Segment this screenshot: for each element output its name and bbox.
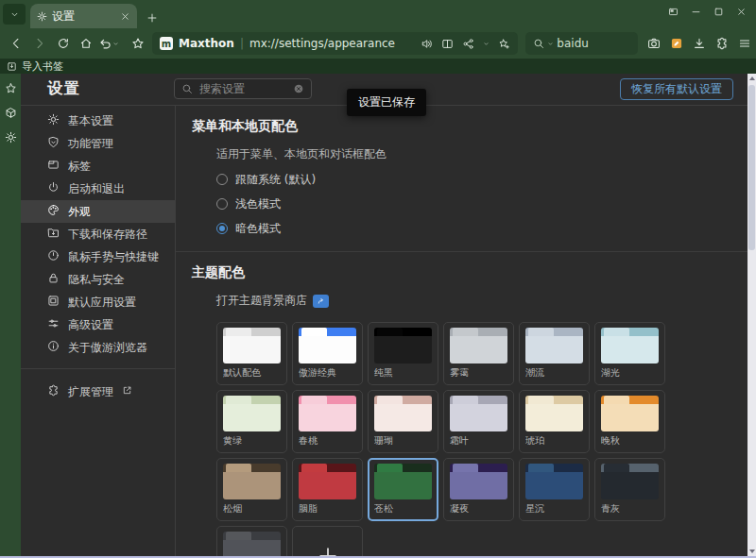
sidebar-item-label: 启动和退出: [68, 181, 125, 197]
share-caret-icon[interactable]: [483, 41, 490, 47]
new-tab-button[interactable]: [146, 12, 158, 24]
theme-card[interactable]: 琥珀: [519, 390, 590, 453]
theme-swatch: [374, 328, 432, 364]
sidebar-apps-icon[interactable]: [5, 107, 17, 119]
radio-selected-icon[interactable]: [216, 223, 228, 234]
sidebar-item-privacy[interactable]: 隐私与安全: [21, 268, 175, 291]
split-view-icon[interactable]: [441, 38, 454, 50]
theme-card[interactable]: 湖光: [594, 322, 665, 385]
read-aloud-icon[interactable]: [421, 38, 433, 50]
tab-list-button[interactable]: [3, 4, 26, 25]
external-link-icon: [122, 385, 132, 398]
theme-card[interactable]: 纯黑: [368, 322, 438, 385]
theme-card[interactable]: 松烟: [216, 458, 287, 521]
extensions-icon[interactable]: [715, 37, 729, 50]
sidebar-item-tabs[interactable]: 标签: [21, 155, 175, 178]
theme-card[interactable]: 胭脂: [292, 458, 363, 521]
theme-card[interactable]: 雾霭: [443, 322, 514, 385]
clear-icon[interactable]: [293, 83, 304, 94]
theme-store-link[interactable]: 打开主题背景商店: [216, 293, 756, 309]
theme-card[interactable]: 霜叶: [443, 390, 514, 453]
favorite-button[interactable]: [126, 37, 149, 50]
theme-card[interactable]: 青灰: [594, 458, 665, 521]
home-button[interactable]: [75, 37, 98, 50]
sidebar-item-startup[interactable]: 启动和退出: [21, 178, 175, 200]
refresh-button[interactable]: [51, 37, 75, 50]
theme-name: 琥珀: [525, 436, 583, 446]
scrollbar-down-arrow[interactable]: [749, 550, 755, 553]
radio-option[interactable]: 跟随系统 (默认): [216, 172, 756, 187]
sidebar-item-appearance[interactable]: 外观: [21, 200, 175, 223]
url-text[interactable]: mx://settings/appearance: [249, 37, 415, 50]
radio-label: 暗色模式: [235, 221, 281, 237]
theme-card[interactable]: 晚秋: [594, 390, 665, 453]
notes-icon[interactable]: [670, 37, 683, 50]
download-icon[interactable]: [693, 37, 706, 50]
import-bookmarks-label[interactable]: 导入书签: [22, 59, 63, 74]
sidebar-item-downloads[interactable]: 下载和保存路径: [21, 223, 175, 245]
add-favorite-icon[interactable]: [498, 38, 510, 50]
restore-defaults-button[interactable]: 恢复所有默认设置: [620, 78, 733, 100]
sidebar-item-label: 扩展管理: [68, 384, 113, 400]
gestures-icon: [47, 249, 60, 264]
theme-store-icon[interactable]: [313, 295, 329, 308]
add-theme-button[interactable]: [292, 526, 363, 558]
minimize-button[interactable]: [691, 7, 701, 17]
tabs-icon: [47, 159, 60, 174]
address-bar[interactable]: m Maxthon | mx://settings/appearance: [152, 32, 518, 55]
theme-name: 雾霭: [450, 368, 507, 378]
screenshot-icon[interactable]: [647, 37, 661, 50]
theme-card[interactable]: 傲游经典: [292, 322, 363, 385]
sidebar-favorites-icon[interactable]: [5, 82, 17, 94]
radio-unselected-icon[interactable]: [216, 198, 228, 210]
sidebar-item-gestures[interactable]: 鼠标手势与快捷键: [21, 245, 175, 268]
address-bar-actions: [421, 38, 510, 50]
sidebar-item-extensions[interactable]: 扩展管理: [21, 380, 175, 403]
radio-option[interactable]: 浅色模式: [216, 196, 756, 211]
section-title-menu-colors: 菜单和本地页配色: [192, 118, 756, 135]
sidebar-item-default-apps[interactable]: 默认应用设置: [21, 291, 175, 313]
theme-name: 默认配色: [223, 368, 281, 378]
back-button[interactable]: [5, 37, 28, 50]
theme-card[interactable]: 黄绿: [216, 390, 287, 453]
maximize-button[interactable]: [713, 7, 724, 17]
settings-search-box[interactable]: [174, 78, 312, 99]
search-engine-caret-icon[interactable]: [547, 41, 554, 47]
theme-card[interactable]: 潮流: [519, 322, 590, 385]
theme-swatch: [374, 396, 432, 431]
radio-unselected-icon[interactable]: [216, 174, 228, 185]
theme-card[interactable]: 星沉: [519, 458, 590, 521]
sidebar-item-advanced[interactable]: 高级设置: [21, 313, 175, 336]
features-icon: [47, 136, 60, 151]
sidebar-item-about[interactable]: 关于傲游浏览器: [21, 336, 175, 359]
theme-card[interactable]: 凝夜: [443, 458, 514, 521]
theme-card[interactable]: 珊瑚: [368, 390, 438, 453]
close-button[interactable]: [736, 7, 747, 17]
toolbar-search-box[interactable]: baidu: [525, 32, 638, 55]
boss-key-icon[interactable]: [668, 7, 679, 17]
tab-close-icon[interactable]: [120, 11, 130, 22]
sidebar-item-features[interactable]: 功能管理: [21, 132, 175, 155]
settings-search-input[interactable]: [198, 81, 288, 96]
sidebar-settings-icon[interactable]: [5, 131, 17, 144]
theme-card[interactable]: 春桃: [292, 390, 363, 453]
scrollbar-up-arrow[interactable]: [749, 76, 755, 80]
forward-button[interactable]: [28, 37, 52, 50]
radio-label: 浅色模式: [235, 196, 281, 212]
menu-icon[interactable]: [738, 37, 751, 50]
scrollbar-thumb[interactable]: [748, 85, 755, 250]
sidebar-item-basic[interactable]: 基本设置: [21, 110, 175, 132]
theme-card[interactable]: 暗夜: [216, 526, 287, 558]
theme-card[interactable]: 默认配色: [216, 322, 287, 385]
theme-name: 纯黑: [374, 368, 432, 378]
radio-option[interactable]: 暗色模式: [216, 221, 756, 236]
share-icon[interactable]: [462, 38, 474, 50]
active-tab[interactable]: 设置: [30, 4, 137, 28]
theme-card[interactable]: 苍松: [368, 458, 438, 521]
settings-tab-icon: [37, 11, 47, 22]
undo-button[interactable]: [98, 37, 127, 51]
search-engine-label[interactable]: baidu: [557, 37, 589, 50]
theme-store-label[interactable]: 打开主题背景商店: [216, 293, 307, 309]
browser-window: 设置 m Maxthon | mx://settings/appearance: [0, 0, 756, 558]
page-scrollbar[interactable]: [747, 74, 756, 556]
